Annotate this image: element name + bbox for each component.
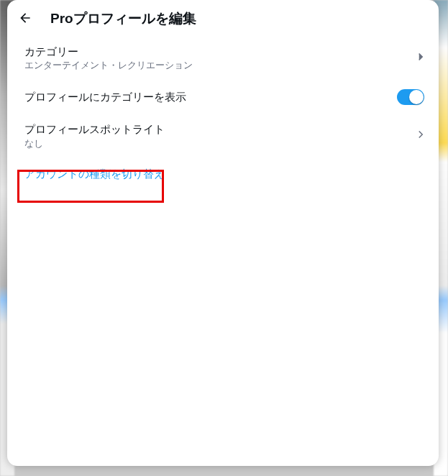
spotlight-value: なし — [24, 138, 424, 150]
show-category-label: プロフィールにカテゴリーを表示 — [24, 91, 186, 104]
category-value: エンターテイメント・レクリエーション — [24, 60, 424, 72]
category-row[interactable]: カテゴリー エンターテイメント・レクリエーション — [7, 37, 439, 79]
show-category-row[interactable]: プロフィールにカテゴリーを表示 — [7, 79, 439, 115]
edit-pro-profile-modal: Proプロフィールを編集 カテゴリー エンターテイメント・レクリエーション プロ… — [7, 0, 439, 466]
switch-account-link[interactable]: アカウントの種類を切り替え — [24, 168, 165, 180]
show-category-toggle[interactable] — [397, 89, 424, 105]
arrow-left-icon — [18, 11, 32, 27]
back-button[interactable] — [13, 6, 37, 31]
spotlight-label: プロフィールスポットライト — [24, 122, 424, 137]
chevron-right-icon — [414, 50, 427, 66]
toggle-knob — [409, 90, 424, 104]
spotlight-row[interactable]: プロフィールスポットライト なし — [7, 115, 439, 157]
category-label: カテゴリー — [24, 45, 424, 59]
switch-account-row: アカウントの種類を切り替え — [7, 157, 439, 191]
modal-header: Proプロフィールを編集 — [7, 0, 439, 37]
chevron-right-icon — [414, 128, 427, 144]
modal-title: Proプロフィールを編集 — [50, 9, 196, 28]
